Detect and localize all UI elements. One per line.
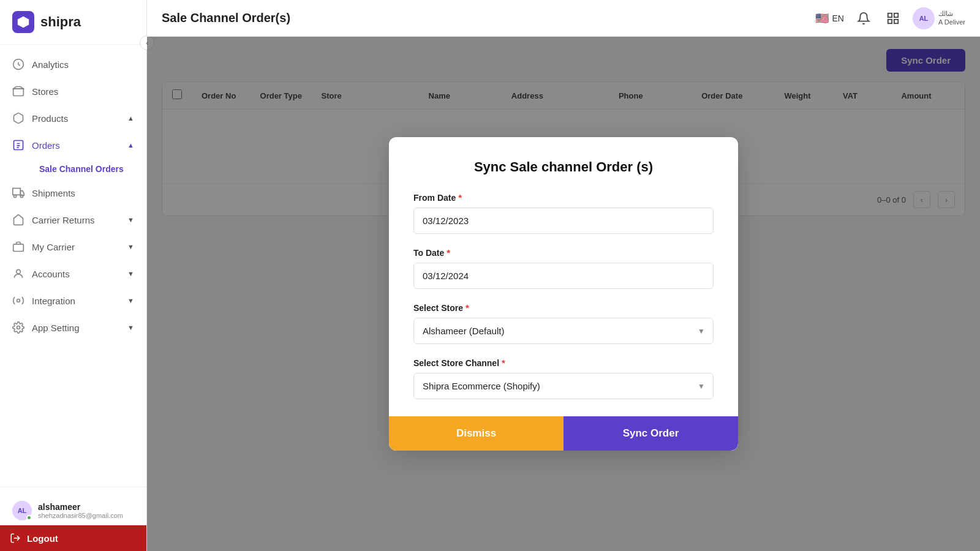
sidebar-item-my-carrier[interactable]: My Carrier ▼ (0, 233, 146, 260)
select-store-label: Select Store * (413, 302, 714, 313)
sidebar-item-label: Accounts (32, 269, 70, 279)
svg-point-8 (17, 269, 21, 274)
sidebar-item-stores[interactable]: Stores (0, 78, 146, 105)
to-date-input[interactable] (413, 263, 714, 289)
svg-rect-14 (888, 19, 892, 23)
sidebar-item-accounts[interactable]: Accounts ▼ (0, 260, 146, 287)
my-carrier-icon (12, 241, 24, 253)
select-store-required: * (466, 302, 469, 313)
sidebar-item-label: Analytics (32, 59, 69, 70)
from-date-required: * (458, 192, 462, 203)
topbar-user-name: شالكA Deliver (938, 10, 965, 26)
products-icon (12, 112, 24, 124)
svg-point-5 (14, 195, 17, 197)
svg-rect-4 (13, 189, 20, 195)
topbar-actions: 🇺🇸 EN AL شالكA Deliver (815, 7, 965, 29)
sidebar-item-label: Stores (32, 86, 58, 97)
sidebar-item-orders[interactable]: Orders ▲ (0, 132, 146, 159)
select-store-dropdown[interactable]: Alshameer (Default) Store 2 (413, 318, 714, 344)
orders-chevron: ▲ (127, 141, 134, 149)
sidebar: shipra Analytics Stores Products ▲ Order… (0, 0, 147, 551)
stores-icon (12, 85, 24, 97)
sidebar-item-label: App Setting (32, 323, 80, 333)
to-date-required: * (447, 247, 450, 258)
svg-rect-15 (894, 19, 898, 23)
sync-modal: Sync Sale channel Order (s) From Date * … (389, 137, 738, 451)
select-channel-dropdown[interactable]: Shipra Ecommerce (Shopify) Channel 2 (413, 373, 714, 399)
sidebar-item-integration[interactable]: Integration ▼ (0, 287, 146, 314)
carrier-returns-chevron: ▼ (127, 216, 134, 223)
to-date-group: To Date * (413, 247, 714, 289)
main-content: Sale Channel Order(s) 🇺🇸 EN AL شالكA Del… (147, 0, 980, 551)
user-name: alshameer (38, 502, 123, 512)
integration-icon (12, 294, 24, 307)
from-date-label: From Date * (413, 192, 714, 203)
to-date-label: To Date * (413, 247, 714, 258)
user-info: AL alshameer shehzadnasir85@gmail.com (10, 496, 137, 525)
my-carrier-chevron: ▼ (127, 243, 134, 250)
app-setting-icon (12, 321, 24, 334)
bell-icon (857, 12, 870, 25)
sidebar-item-label: Integration (32, 296, 75, 306)
lang-label: EN (832, 13, 844, 23)
topbar: Sale Channel Order(s) 🇺🇸 EN AL شالكA Del… (147, 0, 980, 37)
content-area: Sync Order Order No Order Type Store Nam… (147, 37, 980, 551)
integration-chevron: ▼ (127, 297, 134, 304)
select-channel-required: * (502, 358, 505, 368)
svg-point-10 (17, 326, 20, 329)
logout-icon (10, 533, 21, 544)
sidebar-nav: Analytics Stores Products ▲ Orders ▲ Sal… (0, 45, 146, 487)
sidebar-item-carrier-returns[interactable]: Carrier Returns ▼ (0, 206, 146, 233)
from-date-group: From Date * (413, 192, 714, 234)
sidebar-item-label: My Carrier (32, 242, 75, 252)
orders-icon (12, 139, 24, 151)
language-selector[interactable]: 🇺🇸 EN (815, 12, 844, 25)
svg-rect-7 (13, 244, 24, 252)
sidebar-item-label: Shipments (32, 188, 75, 198)
avatar: AL (12, 501, 32, 520)
app-setting-chevron: ▼ (127, 324, 134, 331)
sidebar-item-analytics[interactable]: Analytics (0, 51, 146, 78)
logout-label: Logout (27, 533, 58, 544)
from-date-input[interactable] (413, 208, 714, 234)
svg-point-9 (17, 299, 20, 302)
notifications-button[interactable] (854, 9, 873, 28)
online-indicator (26, 515, 32, 520)
carrier-returns-icon (12, 214, 24, 226)
accounts-icon (12, 268, 24, 280)
modal-overlay: Sync Sale channel Order (s) From Date * … (147, 37, 980, 551)
logo-text: shipra (40, 14, 81, 30)
logo: shipra (0, 0, 146, 45)
sidebar-footer: AL alshameer shehzadnasir85@gmail.com Lo… (0, 487, 146, 551)
topbar-avatar: AL (913, 7, 935, 29)
apps-button[interactable] (883, 9, 903, 28)
shipments-icon (12, 187, 24, 199)
sidebar-item-app-setting[interactable]: App Setting ▼ (0, 314, 146, 341)
topbar-user-badge[interactable]: AL شالكA Deliver (913, 7, 965, 29)
logout-button[interactable]: Logout (0, 525, 146, 551)
sidebar-item-products[interactable]: Products ▲ (0, 105, 146, 132)
orders-submenu: Sale Channel Orders (0, 159, 146, 179)
flag-icon: 🇺🇸 (815, 12, 829, 25)
dismiss-button[interactable]: Dismiss (389, 416, 564, 451)
svg-point-6 (20, 195, 23, 197)
modal-title: Sync Sale channel Order (s) (413, 159, 714, 175)
sidebar-item-label: Products (32, 113, 68, 124)
sidebar-item-shipments[interactable]: Shipments (0, 179, 146, 206)
svg-marker-0 (18, 17, 29, 28)
sidebar-item-sale-channel-orders[interactable]: Sale Channel Orders (32, 159, 146, 179)
select-channel-group: Select Store Channel * Shipra Ecommerce … (413, 358, 714, 399)
modal-footer: Dismiss Sync Order (389, 416, 738, 451)
select-channel-label: Select Store Channel * (413, 358, 714, 368)
select-store-group: Select Store * Alshameer (Default) Store… (413, 302, 714, 344)
sidebar-item-label: Orders (32, 140, 60, 151)
page-title: Sale Channel Order(s) (162, 11, 805, 25)
svg-rect-12 (888, 13, 892, 17)
grid-icon (886, 12, 900, 25)
modal-sync-button[interactable]: Sync Order (564, 416, 738, 451)
svg-rect-2 (13, 89, 24, 96)
accounts-chevron: ▼ (127, 270, 134, 277)
analytics-icon (12, 58, 24, 70)
logo-icon (12, 11, 34, 33)
products-chevron: ▲ (127, 114, 134, 122)
